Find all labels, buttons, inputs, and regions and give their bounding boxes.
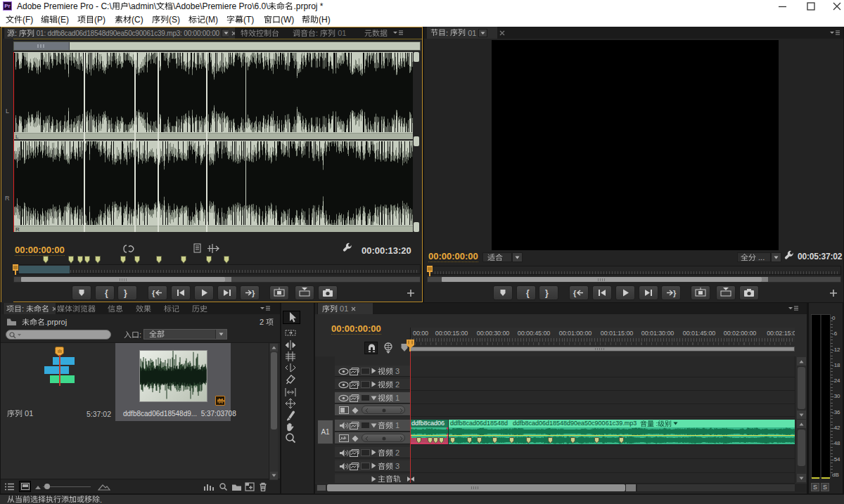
svg-text:}: } (673, 289, 677, 297)
svg-text:}: } (124, 288, 127, 298)
svg-text:{: { (105, 288, 108, 298)
svg-text:}: } (545, 288, 549, 298)
svg-text:{: { (573, 289, 577, 297)
svg-text:}: } (252, 289, 255, 297)
svg-text:{: { (526, 288, 530, 298)
svg-text:{: { (152, 289, 155, 297)
